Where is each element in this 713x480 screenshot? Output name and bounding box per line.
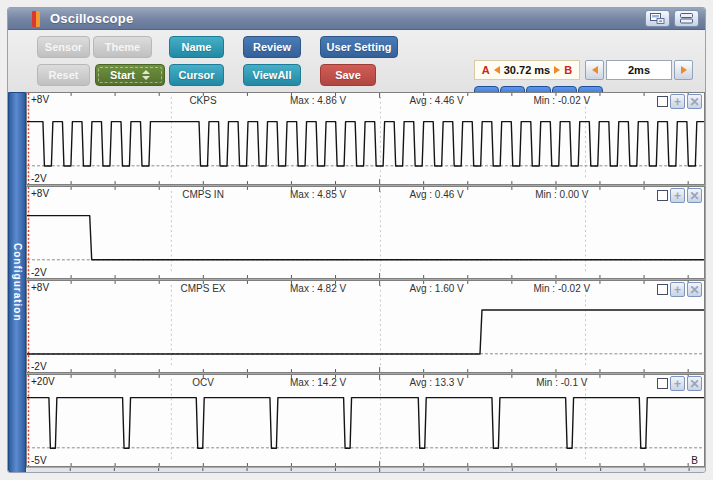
channel-zoom-icon[interactable]: + <box>670 188 685 203</box>
waveform-plot <box>27 375 704 466</box>
channel-controls: + ✕ <box>657 376 702 391</box>
review-button[interactable]: Review <box>243 36 301 58</box>
channel-checkbox[interactable] <box>657 96 668 107</box>
button-label: Reset <box>49 69 79 81</box>
channel-name: CKPS <box>189 95 216 106</box>
reset-button[interactable]: Reset <box>37 64 90 86</box>
channel-avg-value: Avg : 4.46 V <box>409 95 463 106</box>
timebase-value[interactable]: 2ms <box>606 60 672 80</box>
sensor-button[interactable]: Sensor <box>37 36 90 58</box>
channel-controls: + ✕ <box>657 94 702 109</box>
button-label: Review <box>253 41 291 53</box>
toolbar: SensorThemeNameReviewUser SettingResetSt… <box>8 30 705 92</box>
channel-name: CMPS EX <box>181 283 226 294</box>
left-arrow-icon <box>592 66 598 74</box>
timebase-increase-button[interactable] <box>674 60 693 80</box>
button-label: Start <box>110 69 135 81</box>
voltage-top-label: +8V <box>31 94 49 105</box>
channel-close-icon[interactable]: ✕ <box>687 188 702 203</box>
channel-max-value: Max : 4.85 V <box>290 189 346 200</box>
waveform-plot <box>27 187 704 278</box>
channel-panel-ocv: +20V -5V OCV Max : 14.2 V Avg : 13.3 V M… <box>26 374 705 467</box>
configuration-tab[interactable]: Configuration <box>8 92 26 473</box>
channel-min-value: Min : -0.02 V <box>533 95 590 106</box>
save-button[interactable]: Save <box>320 64 376 86</box>
channel-checkbox[interactable] <box>657 284 668 295</box>
channel-controls: + ✕ <box>657 282 702 297</box>
toolbar-buttons: SensorThemeNameReviewUser SettingResetSt… <box>37 36 398 92</box>
voltage-top-label: +8V <box>31 282 49 293</box>
channel-max-value: Max : 4.86 V <box>290 95 346 106</box>
scope-content: Configuration +8V -2V CKPS Max : 4.86 V … <box>8 92 705 473</box>
channel-panel-cmps-in: +8V -2V CMPS IN Max : 4.85 V Avg : 0.46 … <box>26 186 705 279</box>
button-label: Theme <box>105 41 140 53</box>
waveform-plot <box>27 93 704 184</box>
channel-panel-ckps: +8V -2V CKPS Max : 4.86 V Avg : 4.46 V M… <box>26 92 705 185</box>
name-button[interactable]: Name <box>169 36 224 58</box>
channel-checkbox[interactable] <box>657 378 668 389</box>
right-arrow-icon <box>681 66 687 74</box>
channel-max-value: Max : 4.82 V <box>290 283 346 294</box>
channel-close-icon[interactable]: ✕ <box>687 282 702 297</box>
start-spinner-icon[interactable] <box>142 70 150 80</box>
voltage-top-label: +8V <box>31 188 49 199</box>
channel-panel-cmps-ex: +8V -2V CMPS EX Max : 4.82 V Avg : 1.60 … <box>26 280 705 373</box>
theme-button[interactable]: Theme <box>93 36 152 58</box>
bottom-time-axis <box>26 468 705 472</box>
channel-close-icon[interactable]: ✕ <box>687 376 702 391</box>
channel-zoom-icon[interactable]: + <box>670 376 685 391</box>
range-value: 30.72 ms <box>504 64 550 76</box>
channel-name: CMPS IN <box>182 189 224 200</box>
timebase-decrease-button[interactable] <box>585 60 604 80</box>
channel-stack: +8V -2V CKPS Max : 4.86 V Avg : 4.46 V M… <box>26 92 705 473</box>
channel-close-icon[interactable]: ✕ <box>687 94 702 109</box>
button-label: Sensor <box>45 41 82 53</box>
channel-zoom-icon[interactable]: + <box>670 94 685 109</box>
button-label: ViewAll <box>253 69 292 81</box>
oscilloscope-window: Oscilloscope SensorThemeNameReviewUser S… <box>7 7 706 473</box>
capture-icon[interactable] <box>645 10 670 27</box>
user-setting-button[interactable]: User Setting <box>320 36 398 58</box>
window-title: Oscilloscope <box>50 11 133 26</box>
channel-avg-value: Avg : 0.46 V <box>409 189 463 200</box>
ab-range-box[interactable]: A 30.72 ms B <box>474 60 580 80</box>
desktop: Oscilloscope SensorThemeNameReviewUser S… <box>0 0 713 480</box>
channel-zoom-icon[interactable]: + <box>670 282 685 297</box>
configuration-tab-label: Configuration <box>12 243 23 322</box>
channel-min-value: Min : -0.02 V <box>533 283 590 294</box>
voltage-bottom-label: -2V <box>31 267 47 278</box>
channel-min-value: Min : -0.1 V <box>536 377 587 388</box>
voltage-bottom-label: -2V <box>31 361 47 372</box>
channel-controls: + ✕ <box>657 188 702 203</box>
button-label: Cursor <box>178 69 214 81</box>
channel-avg-value: Avg : 1.60 V <box>409 283 463 294</box>
menu-icon[interactable] <box>674 10 699 27</box>
range-left-arrow-icon <box>494 66 500 74</box>
viewall-button[interactable]: ViewAll <box>243 64 301 86</box>
button-label: Name <box>182 41 212 53</box>
start-button[interactable]: Start <box>95 64 165 86</box>
waveform-plot <box>27 281 704 372</box>
range-right-arrow-icon <box>554 66 560 74</box>
marker-b-bottom-label: B <box>691 455 698 466</box>
titlebar: Oscilloscope <box>8 8 705 30</box>
channel-min-value: Min : 0.00 V <box>535 189 588 200</box>
titlebar-buttons <box>645 10 699 27</box>
channel-name: OCV <box>192 377 214 388</box>
voltage-bottom-label: -2V <box>31 173 47 184</box>
app-icon <box>32 11 40 27</box>
button-label: Save <box>335 69 361 81</box>
channel-checkbox[interactable] <box>657 190 668 201</box>
marker-b-label: B <box>564 64 572 76</box>
button-label: User Setting <box>327 41 392 53</box>
channel-avg-value: Avg : 13.3 V <box>409 377 463 388</box>
voltage-top-label: +20V <box>31 376 55 387</box>
marker-a-label: A <box>482 64 490 76</box>
channel-max-value: Max : 14.2 V <box>290 377 346 388</box>
cursor-button[interactable]: Cursor <box>169 64 224 86</box>
voltage-bottom-label: -5V <box>31 455 47 466</box>
